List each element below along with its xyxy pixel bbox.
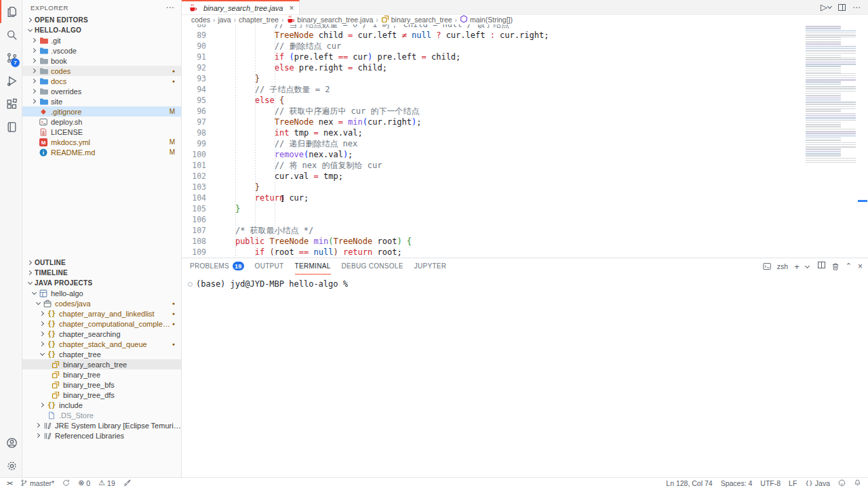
chevron-right-icon[interactable] [30,36,39,45]
code-line[interactable]: 97 TreeNode nex = min(cur.right); [182,117,868,127]
code-line[interactable]: 93 } [182,73,868,84]
chevron-right-icon[interactable] [30,56,39,65]
tree-item-book[interactable]: book [22,56,181,66]
status-lf[interactable]: LF [789,479,797,487]
chevron-down-icon[interactable] [30,289,39,298]
code-line[interactable]: 100 remove(nex.val); [182,149,868,160]
code-line[interactable]: 96 // 获取中序遍历中 cur 的下一个结点 [182,106,868,117]
chevron-right-icon[interactable] [30,77,39,85]
code-line[interactable]: 102 cur.val = tmp; [182,171,868,182]
braces-status[interactable]: {}Java [805,479,830,487]
extensions-icon[interactable] [0,92,22,115]
tree-item-license[interactable]: LICENSE [22,127,181,137]
feedback-status[interactable] [838,479,846,487]
section-outline[interactable]: OUTLINE [22,258,181,268]
chevron-right-icon[interactable] [30,66,39,75]
tree-item-vscode[interactable]: .vscode [22,45,181,56]
files-icon[interactable] [0,0,22,23]
kill-terminal-icon[interactable] [831,262,840,271]
panel-tab-debug-console[interactable]: DEBUG CONSOLE [342,258,403,274]
code-line[interactable]: 91 if (pre.left == cur) pre.left = child… [182,52,868,62]
tree-item-ds-store[interactable]: .DS_Store [22,410,181,420]
run-button[interactable]: ▷ [821,3,831,12]
tree-item-deploy-sh[interactable]: deploy.sh [22,117,181,127]
chevron-right-icon[interactable] [26,258,35,267]
code-line[interactable]: 109 if (root == null) return root; [182,247,868,258]
tree-item-include[interactable]: {}include [22,400,181,410]
section-timeline[interactable]: TIMELINE [22,268,181,278]
section-hello-algo[interactable]: HELLO-ALGO [22,25,181,35]
chevron-right-icon[interactable] [34,431,43,440]
error-status[interactable]: ⊗0 [78,479,90,487]
tree-item-readme-md[interactable]: iREADME.mdM [22,147,181,157]
tree-item-binary-search-tree[interactable]: binary_search_tree [22,359,181,369]
code-line[interactable]: 103 } [182,182,868,192]
tab-binary-search-tree[interactable]: binary_search_tree.java × [182,0,300,14]
status-spaces-4[interactable]: Spaces: 4 [721,479,753,487]
git-branch-status[interactable]: master* [20,479,54,487]
panel-tab-problems[interactable]: PROBLEMS19 [190,258,244,274]
overview-ruler[interactable] [857,24,868,258]
panel-tab-jupyter[interactable]: JUPYTER [414,258,447,274]
code-line[interactable]: 101 // 将 nex 的值复制给 cur [182,160,868,171]
tree-item-codes-java[interactable]: codes/java● [22,298,181,308]
section-open-editors[interactable]: OPEN EDITORS [22,15,181,25]
breadcrumb-item[interactable]: main(String[]) [460,15,513,24]
close-panel-icon[interactable]: × [858,262,863,271]
chevron-right-icon[interactable] [30,46,39,55]
chevron-right-icon[interactable] [38,340,47,348]
tree-item-codes[interactable]: codes● [22,66,181,76]
code-line[interactable]: 107 /* 获取最小结点 */ [182,225,868,236]
search-icon[interactable] [0,23,22,46]
chevron-down-icon[interactable] [26,26,35,35]
code-line[interactable]: 95 else { [182,95,868,106]
status-utf-8[interactable]: UTF-8 [760,479,781,487]
tree-item-binary-tree[interactable]: binary_tree [22,369,181,380]
breadcrumb-item[interactable]: codes [191,16,210,24]
code-line[interactable]: 105 } [182,203,868,214]
chevron-down-icon[interactable] [38,350,47,359]
rocket-status[interactable] [123,479,132,487]
panel-tab-output[interactable]: OUTPUT [255,258,284,274]
section-java-projects[interactable]: JAVA PROJECTS [22,278,181,288]
code-editor[interactable]: 88 // 当子结点数量 = 0 / 1 时， child = null / 该… [182,24,868,258]
tree-item-jre-system-library-eclipse-temurin-17-17[interactable]: JRE System Library [Eclipse Temurin 17 [… [22,420,181,430]
remote-status[interactable]: >< [7,480,12,487]
code-line[interactable]: 104 return cur; [182,192,868,203]
tree-item-hello-algo[interactable]: hello-algo [22,288,181,298]
status-ln-128-col-74[interactable]: Ln 128, Col 74 [666,479,712,487]
panel-tab-terminal[interactable]: TERMINAL [295,258,331,274]
tree-item-chapter-stack-and-queue[interactable]: {}chapter_stack_and_queue● [22,339,181,349]
bell-status[interactable] [854,479,861,487]
settings-gear-icon[interactable] [0,454,22,477]
tree-item-docs[interactable]: docs● [22,76,181,86]
tree-item-mkdocs-yml[interactable]: Mmkdocs.ymlM [22,137,181,147]
code-line[interactable]: 106 [182,214,868,225]
chevron-down-icon[interactable] [26,279,35,287]
tree-item-chapter-computational-complexity[interactable]: {}chapter_computational_complexity● [22,319,181,329]
code-line[interactable]: 94 // 子结点数量 = 2 [182,84,868,95]
chevron-right-icon[interactable] [30,97,39,106]
tree-item-chapter-tree[interactable]: {}chapter_tree [22,349,181,359]
tree-item-referenced-libraries[interactable]: Referenced Libraries [22,430,181,441]
code-line[interactable]: 98 int tmp = nex.val; [182,127,868,138]
code-line[interactable]: 92 else pre.right = child; [182,62,868,73]
split-terminal-icon[interactable] [818,262,825,268]
terminal-dropdown-icon[interactable] [805,263,810,268]
chevron-down-icon[interactable] [34,299,43,308]
breadcrumb-item[interactable]: chapter_tree [239,16,279,24]
tree-item-git[interactable]: .git [22,35,181,45]
new-terminal-icon[interactable]: + [794,262,800,272]
chevron-right-icon[interactable] [38,319,47,328]
run-dropdown-icon[interactable] [827,4,832,9]
account-icon[interactable] [0,431,22,454]
editor-more-actions-icon[interactable]: ⋯ [852,3,861,12]
sync-status[interactable] [62,479,70,487]
chevron-right-icon[interactable] [38,309,47,318]
minimap[interactable] [806,26,856,163]
tree-item-binary-tree-bfs[interactable]: binary_tree_bfs [22,380,181,390]
tree-item-chapter-array-and-linkedlist[interactable]: {}chapter_array_and_linkedlist● [22,308,181,319]
chevron-right-icon[interactable] [26,268,35,277]
breadcrumb-item[interactable]: binary_search_tree [381,15,452,24]
tree-item-site[interactable]: site [22,96,181,106]
